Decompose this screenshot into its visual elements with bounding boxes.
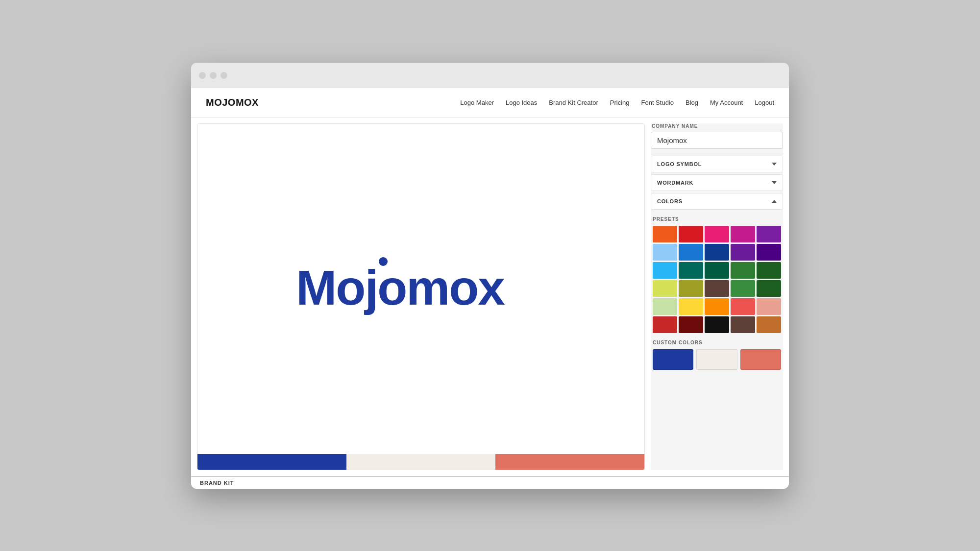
blog-link[interactable]: Blog (686, 99, 698, 106)
presets-label: PRESETS (653, 216, 781, 222)
preset-swatch-5[interactable] (653, 244, 677, 261)
canvas-color-bar (197, 454, 644, 470)
canvas-main: Mojomox (197, 124, 644, 454)
pricing-link[interactable]: Pricing (610, 99, 630, 106)
preset-swatch-28[interactable] (731, 316, 755, 333)
preset-swatch-10[interactable] (653, 262, 677, 279)
colors-chevron-up-icon (772, 200, 777, 203)
brand-kit-creator-link[interactable]: Brand Kit Creator (549, 99, 598, 106)
logo-symbol-label: LOGO SYMBOL (657, 161, 702, 167)
close-button[interactable] (199, 72, 206, 79)
colors-accordion[interactable]: COLORS (651, 193, 783, 210)
custom-colors-row (653, 349, 781, 370)
colors-label: COLORS (657, 198, 683, 204)
svg-point-1 (379, 257, 388, 266)
wordmark-accordion[interactable]: WORDMARK (651, 174, 783, 191)
preset-swatch-19[interactable] (757, 280, 781, 297)
logo-symbol-chevron-down-icon (772, 163, 777, 166)
preset-swatch-0[interactable] (653, 226, 677, 242)
preset-swatch-29[interactable] (757, 316, 781, 333)
preset-swatch-14[interactable] (757, 262, 781, 279)
custom-swatch-3[interactable] (740, 349, 781, 370)
preset-swatch-7[interactable] (705, 244, 729, 261)
color-bar-2 (346, 454, 495, 470)
logout-link[interactable]: Logout (755, 99, 774, 106)
logo-symbol-accordion[interactable]: LOGO SYMBOL (651, 156, 783, 172)
preset-swatch-4[interactable] (757, 226, 781, 242)
wordmark-label: WORDMARK (657, 180, 693, 186)
brand-kit-label: BRAND KIT (191, 476, 789, 489)
preset-swatch-15[interactable] (653, 280, 677, 297)
svg-text:Mojomox: Mojomox (296, 260, 505, 315)
preset-swatch-21[interactable] (679, 298, 703, 315)
preset-swatch-24[interactable] (757, 298, 781, 315)
site-logo[interactable]: MOJOMOX (206, 97, 259, 108)
preset-swatch-12[interactable] (705, 262, 729, 279)
color-bar-1 (197, 454, 346, 470)
preset-swatch-3[interactable] (731, 226, 755, 242)
preset-swatch-2[interactable] (705, 226, 729, 242)
preset-swatch-6[interactable] (679, 244, 703, 261)
nav-links: Logo Maker Logo Ideas Brand Kit Creator … (460, 99, 774, 106)
preset-swatch-8[interactable] (731, 244, 755, 261)
preset-swatch-17[interactable] (705, 280, 729, 297)
color-bar-3 (495, 454, 644, 470)
preset-swatch-20[interactable] (653, 298, 677, 315)
wordmark-chevron-down-icon (772, 181, 777, 184)
colors-section: PRESETS (651, 212, 783, 375)
font-studio-link[interactable]: Font Studio (641, 99, 674, 106)
brand-logo-display: Mojomox (291, 252, 551, 326)
preset-swatch-13[interactable] (731, 262, 755, 279)
preset-swatch-9[interactable] (757, 244, 781, 261)
maximize-button[interactable] (220, 72, 227, 79)
preset-swatch-22[interactable] (705, 298, 729, 315)
custom-swatch-2[interactable] (696, 349, 737, 370)
preset-swatch-16[interactable] (679, 280, 703, 297)
browser-chrome (191, 63, 789, 88)
desktop: MOJOMOX Logo Maker Logo Ideas Brand Kit … (0, 0, 980, 551)
preset-swatch-18[interactable] (731, 280, 755, 297)
preset-swatch-27[interactable] (705, 316, 729, 333)
brand-logo-svg: Mojomox (291, 252, 551, 315)
preset-swatch-26[interactable] (679, 316, 703, 333)
preset-swatch-11[interactable] (679, 262, 703, 279)
navbar: MOJOMOX Logo Maker Logo Ideas Brand Kit … (191, 88, 789, 118)
browser-window: MOJOMOX Logo Maker Logo Ideas Brand Kit … (191, 63, 789, 489)
preset-swatch-1[interactable] (679, 226, 703, 242)
sidebar: COMPANY NAME LOGO SYMBOL WORDMARK (651, 123, 783, 470)
logo-maker-link[interactable]: Logo Maker (460, 99, 494, 106)
minimize-button[interactable] (210, 72, 217, 79)
traffic-lights (199, 72, 227, 79)
my-account-link[interactable]: My Account (710, 99, 743, 106)
preset-swatch-23[interactable] (731, 298, 755, 315)
canvas-area: Mojomox (197, 123, 645, 470)
logo-ideas-link[interactable]: Logo Ideas (506, 99, 537, 106)
preset-swatch-25[interactable] (653, 316, 677, 333)
custom-colors-label: CUSTOM COLORS (653, 340, 781, 345)
company-name-input[interactable] (651, 132, 783, 149)
main-area: Mojomox CO (191, 118, 789, 476)
presets-color-grid (653, 226, 781, 333)
browser-content: MOJOMOX Logo Maker Logo Ideas Brand Kit … (191, 88, 789, 489)
custom-swatch-1[interactable] (653, 349, 693, 370)
company-name-label: COMPANY NAME (651, 123, 783, 129)
company-name-section: COMPANY NAME (651, 123, 783, 156)
